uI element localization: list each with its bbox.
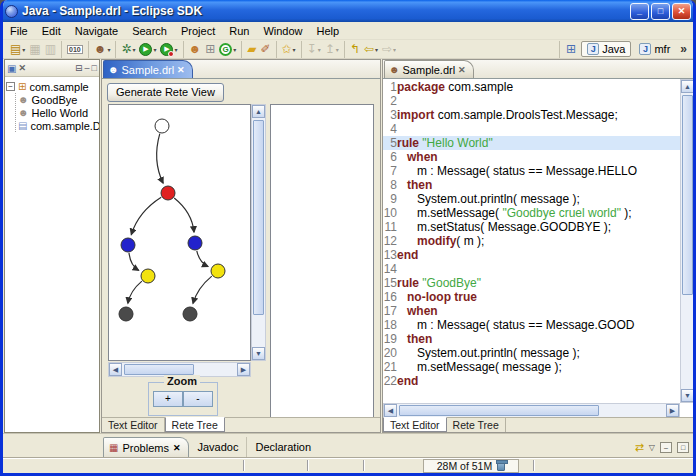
- dropdown-arrow-icon[interactable]: ▾: [293, 46, 296, 53]
- rete-page-tab-rete-tree[interactable]: Rete Tree: [165, 417, 225, 432]
- generate-rete-view-button[interactable]: Generate Rete View: [107, 83, 224, 102]
- dropdown-arrow-icon[interactable]: ▾: [336, 46, 339, 53]
- forward-icon[interactable]: ⇨▾: [380, 41, 398, 57]
- expander-icon[interactable]: −: [6, 82, 15, 91]
- dropdown-arrow-icon[interactable]: ▾: [375, 46, 378, 53]
- code-line-12[interactable]: 12 modify( m );: [383, 234, 680, 248]
- menu-navigate[interactable]: Navigate: [68, 24, 125, 38]
- code-line-8[interactable]: 8 then: [383, 178, 680, 192]
- rete-node-root[interactable]: [155, 119, 169, 133]
- menu-search[interactable]: Search: [125, 24, 174, 38]
- rete-graph-canvas[interactable]: [108, 104, 251, 361]
- code-line-18[interactable]: 18 m : Message( status == Message.GOOD: [383, 318, 680, 332]
- zoom-out-button[interactable]: -: [183, 391, 213, 407]
- code-line-19[interactable]: 19 then: [383, 332, 680, 346]
- dropdown-arrow-icon[interactable]: ▾: [174, 46, 177, 53]
- collapse-all-icon[interactable]: ⊟: [75, 63, 83, 73]
- open-perspective-icon[interactable]: ⊞: [564, 41, 578, 57]
- scroll-down-icon[interactable]: ▼: [681, 389, 694, 402]
- minimize-button[interactable]: _: [630, 3, 649, 20]
- code-line-21[interactable]: 21 m.setMessage( message );: [383, 360, 680, 374]
- perspective-overflow[interactable]: »: [678, 42, 689, 56]
- source-page-tab-text-editor[interactable]: Text Editor: [383, 417, 447, 432]
- editor-vertical-scrollbar[interactable]: ▲ ▼: [680, 79, 695, 403]
- code-line-4[interactable]: 4: [383, 122, 680, 136]
- view-menu-icon[interactable]: ▽: [649, 443, 655, 452]
- view-minimize-icon[interactable]: –: [85, 63, 90, 73]
- code-line-3[interactable]: 3import com.sample.DroolsTest.Message;: [383, 108, 680, 122]
- tab-declaration[interactable]: Declaration: [247, 437, 319, 457]
- maximize-button[interactable]: □: [651, 3, 670, 20]
- rete-vertical-scrollbar[interactable]: ▲ ▼: [251, 104, 266, 361]
- perspective-mfr-button[interactable]: Jmfr: [634, 41, 675, 57]
- panel-maximize-icon[interactable]: □: [677, 442, 689, 453]
- dropdown-arrow-icon[interactable]: ▾: [153, 46, 156, 53]
- view-maximize-icon[interactable]: □: [92, 63, 97, 73]
- rete-node-blue-left[interactable]: [121, 238, 135, 252]
- binary-010-icon[interactable]: 010: [65, 41, 85, 57]
- code-line-17[interactable]: 17 when: [383, 304, 680, 318]
- panel-minimize-icon[interactable]: –: [660, 442, 672, 453]
- last-edit-location-icon[interactable]: ↰: [348, 41, 362, 57]
- dropdown-arrow-icon[interactable]: ▾: [132, 46, 135, 53]
- editor-horizontal-scrollbar[interactable]: ◀ ▶: [383, 403, 680, 418]
- close-button[interactable]: ✕: [672, 3, 691, 20]
- tab-sample-drl-rete[interactable]: ☻ Sample.drl ✕: [103, 60, 193, 78]
- dropdown-arrow-icon[interactable]: ▾: [233, 46, 236, 53]
- tree-item-com-sample-d[interactable]: ▤com.sample.D: [18, 119, 98, 132]
- tree-item-hello-world[interactable]: ☻Hello World: [18, 106, 98, 119]
- web-browser-icon[interactable]: ▰: [245, 41, 258, 57]
- drools-table-icon[interactable]: ⊞: [203, 41, 217, 57]
- perspective-java-button[interactable]: JJava: [581, 41, 631, 57]
- drools-head-icon[interactable]: ☻▾: [92, 41, 113, 57]
- scrollbar-thumb[interactable]: [399, 405, 599, 416]
- code-line-10[interactable]: 10 m.setMessage( "Goodbye cruel world" )…: [383, 206, 680, 220]
- title-bar[interactable]: Java - Sample.drl - Eclipse SDK _□✕: [0, 0, 696, 22]
- rete-node-red[interactable]: [161, 186, 175, 200]
- menu-run[interactable]: Run: [222, 24, 256, 38]
- menu-edit[interactable]: Edit: [35, 24, 68, 38]
- code-line-13[interactable]: 13end: [383, 248, 680, 262]
- rete-page-tab-text-editor[interactable]: Text Editor: [102, 418, 165, 432]
- tree-item-goodbye[interactable]: ☻GoodBye: [18, 93, 98, 106]
- code-line-2[interactable]: 2: [383, 94, 680, 108]
- dropdown-arrow-icon[interactable]: ▾: [22, 46, 25, 53]
- rete-node-gray-right[interactable]: [183, 307, 197, 321]
- scroll-left-icon[interactable]: ◀: [109, 363, 122, 376]
- run-icon[interactable]: ▶▾: [137, 41, 158, 57]
- tab-close-icon[interactable]: ✕: [458, 65, 466, 75]
- open-task-icon[interactable]: ✩▾: [280, 41, 298, 57]
- dropdown-arrow-icon[interactable]: ▾: [393, 46, 396, 53]
- prev-annotation-icon[interactable]: ↥▾: [323, 41, 341, 57]
- scroll-up-icon[interactable]: ▲: [252, 105, 265, 118]
- scrollbar-thumb[interactable]: [253, 120, 264, 315]
- code-line-15[interactable]: 15rule "GoodBye": [383, 276, 680, 290]
- tab-problems[interactable]: ▦Problems✕: [103, 437, 189, 457]
- scroll-right-icon[interactable]: ▶: [237, 363, 250, 376]
- new-drools-project-icon[interactable]: ☻: [187, 41, 204, 57]
- scrollbar-thumb[interactable]: [124, 364, 194, 375]
- code-line-1[interactable]: 1package com.sample: [383, 80, 680, 94]
- rete-node-yellow-left[interactable]: [141, 269, 155, 283]
- zoom-in-button[interactable]: +: [153, 391, 183, 407]
- garbage-collect-icon[interactable]: [497, 461, 505, 471]
- code-line-16[interactable]: 16 no-loop true: [383, 290, 680, 304]
- code-line-20[interactable]: 20 System.out.println( message );: [383, 346, 680, 360]
- view-close-icon[interactable]: ✕: [18, 63, 26, 73]
- new-wizard-icon[interactable]: ▤▾: [8, 41, 27, 57]
- tree-item-com-sample[interactable]: −⊞com.sample: [6, 80, 98, 93]
- code-line-11[interactable]: 11 m.setStatus( Message.GOODBYE );: [383, 220, 680, 234]
- scroll-up-icon[interactable]: ▲: [681, 80, 694, 93]
- back-icon[interactable]: ⇦▾: [362, 41, 380, 57]
- dropdown-arrow-icon[interactable]: ▾: [107, 46, 110, 53]
- debug-icon[interactable]: ✲▾: [119, 41, 137, 57]
- dropdown-arrow-icon[interactable]: ▾: [318, 46, 321, 53]
- source-code-area[interactable]: 1package com.sample23import com.sample.D…: [383, 79, 680, 403]
- code-line-7[interactable]: 7 m : Message( status == Message.HELLO: [383, 164, 680, 178]
- menu-file[interactable]: File: [3, 24, 35, 38]
- code-line-5[interactable]: 5rule "Hello World": [383, 136, 680, 150]
- tab-javadoc[interactable]: Javadoc: [189, 437, 247, 457]
- source-page-tab-rete-tree[interactable]: Rete Tree: [447, 418, 506, 432]
- tab-close-icon[interactable]: ✕: [177, 65, 185, 75]
- run-last-icon[interactable]: ▶▾: [158, 41, 179, 57]
